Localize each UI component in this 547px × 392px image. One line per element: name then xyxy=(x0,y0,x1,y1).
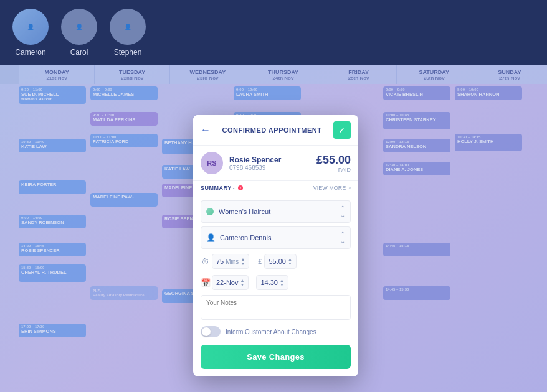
service-color-dot xyxy=(206,208,214,215)
summary-label: SUMMARY xyxy=(201,185,232,191)
inform-toggle[interactable] xyxy=(201,326,221,337)
clock-icon: ⏱ xyxy=(201,257,209,266)
duration-input[interactable]: 75 Mins ▲▼ xyxy=(212,254,249,269)
customer-price: £55.00 PAID xyxy=(316,154,351,173)
service-field[interactable]: Women's Haircut ⌃⌄ xyxy=(201,200,351,223)
inform-label: Inform Customer About Changes xyxy=(226,329,316,335)
service-chevron-icon: ⌃⌄ xyxy=(340,205,345,218)
staff-name: Cameron Dennis xyxy=(220,234,335,241)
view-more-link[interactable]: VIEW MORE > xyxy=(313,185,351,191)
appointment-modal: ← CONFIRMED APPOINTMENT ✓ RS Rosie Spenc… xyxy=(193,115,358,376)
person-icon: 👤 xyxy=(206,233,215,242)
date-time-row: 📅 22-Nov ▲▼ 14.30 ▲▼ xyxy=(201,274,351,291)
staff-chevron-icon: ⌃⌄ xyxy=(340,231,345,245)
customer-info-section: RS Rosie Spencer 0798 468539 £55.00 PAID xyxy=(193,146,358,181)
modal-title: CONFIRMED APPOINTMENT xyxy=(216,126,328,134)
summary-bar: SUMMARY • ! VIEW MORE > xyxy=(193,181,358,195)
duration-price-row: ⏱ 75 Mins ▲▼ £ 55.00 ▲▼ xyxy=(201,253,351,270)
price-status: PAID xyxy=(316,167,351,173)
customer-details: Rosie Spencer 0798 468539 xyxy=(229,156,310,171)
pound-icon: £ xyxy=(258,258,262,265)
toggle-knob xyxy=(202,327,211,336)
customer-avatar: RS xyxy=(201,152,223,174)
inform-row: Inform Customer About Changes xyxy=(201,324,351,340)
calendar-icon: 📅 xyxy=(201,278,209,287)
notes-field[interactable] xyxy=(201,295,351,320)
customer-phone: 0798 468539 xyxy=(229,164,310,171)
staff-field[interactable]: 👤 Cameron Dennis ⌃⌄ xyxy=(201,226,351,249)
price-amount: £55.00 xyxy=(316,154,351,167)
summary-alert-dot: ! xyxy=(238,185,243,190)
service-name: Women's Haircut xyxy=(219,208,335,215)
modal-header: ← CONFIRMED APPOINTMENT ✓ xyxy=(193,115,358,146)
date-input[interactable]: 22-Nov ▲▼ xyxy=(212,275,249,290)
back-button[interactable]: ← xyxy=(201,124,211,136)
customer-name: Rosie Spencer xyxy=(229,156,310,164)
confirm-button[interactable]: ✓ xyxy=(333,121,351,139)
price-input[interactable]: 55.00 ▲▼ xyxy=(264,254,296,269)
save-changes-button[interactable]: Save Changes xyxy=(201,345,351,369)
time-input[interactable]: 14.30 ▲▼ xyxy=(256,275,288,290)
form-section: Women's Haircut ⌃⌄ 👤 Cameron Dennis ⌃⌄ ⏱… xyxy=(193,195,358,345)
